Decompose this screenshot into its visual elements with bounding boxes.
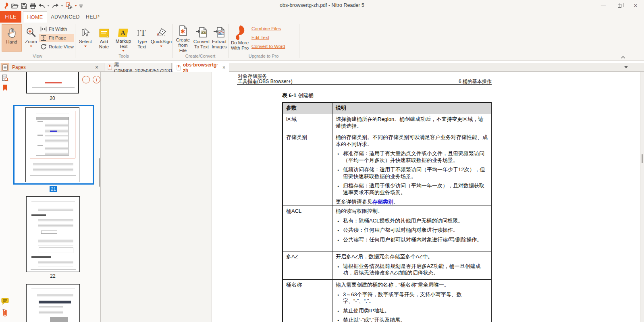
table-row: 多AZ开启多AZ后，数据冗余存储至多个AZ中。请根据业务情况提前规划是否开启多A… [283, 251, 491, 279]
extract-images-button[interactable]: Extract Images [211, 24, 227, 52]
doc-tab-close-icon[interactable]: ✕ [222, 65, 226, 70]
table-row: 存储类别桶的存储类别。不同的存储类别可以满足客户业务对存储性能、成本的不同诉求。… [283, 132, 491, 206]
select-tool-dropdown-caret[interactable] [84, 46, 87, 47]
hand-icon [6, 25, 17, 38]
thumbnail-zoom-out-button[interactable]: − [82, 76, 90, 83]
param-cell: 多AZ [283, 251, 332, 279]
tab-help[interactable]: HELP [83, 11, 102, 23]
collapse-ribbon-button[interactable] [621, 56, 625, 59]
fit-page-icon [40, 35, 47, 41]
thumbnail-sketch [38, 218, 73, 229]
type-text-button[interactable]: T Type Text [135, 24, 149, 52]
tab-file[interactable]: FILE [0, 11, 21, 23]
thumbnail-page-20[interactable] [26, 72, 79, 93]
group-separator [172, 24, 173, 58]
window-title: obs-browsertg-zh.pdf - Nitro Reader 5 [0, 2, 644, 8]
thumbnail-page-23[interactable] [26, 284, 80, 322]
type-text-label: Type Text [135, 39, 149, 50]
attachments-icon[interactable] [1, 309, 9, 316]
tab-advanced[interactable]: ADVANCED [51, 11, 79, 23]
tab-home[interactable]: HOME [23, 11, 47, 23]
bookmarks-icon[interactable] [1, 84, 9, 91]
create-from-file-label: Create from File [174, 37, 192, 53]
thumbnail-page-21-selected[interactable] [13, 105, 94, 185]
markup-text-button[interactable]: A Markup Text [114, 24, 133, 52]
pages-panel-title: Pages [12, 64, 26, 70]
add-note-button[interactable]: Add Note [96, 24, 112, 52]
hand-tool-button[interactable]: Hand [2, 24, 22, 52]
paragraph: 选择新建桶所在的Region。桶创建成功后，不支持变更区域，请谨慎选择。 [336, 116, 488, 129]
param-cell: 桶ACL [283, 206, 332, 251]
bullet-item: 标准存储：适用于有大量热点文件或小文件，且需要频繁访问（平均一个月多次）并快速获… [336, 150, 488, 164]
svg-text:T: T [140, 27, 146, 38]
bullet-item: 请根据业务情况提前规划是否开启多AZ功能，桶一旦创建成功，后续无法修改多AZ功能… [336, 263, 488, 276]
thumbnail-sketch [38, 207, 73, 211]
convert-to-text-button[interactable]: TXT Convert To Text [193, 24, 210, 52]
thumbnail-sketch [30, 175, 76, 176]
ribbon: Hand Zoom Fit Width Fit Page Rotate V [0, 23, 644, 61]
tab-list-dropdown[interactable] [624, 66, 628, 69]
markup-text-label: Markup Text [114, 39, 133, 49]
quicksign-button[interactable]: x QuickSign [150, 24, 172, 52]
thumbnail-zoom-in-button[interactable]: + [93, 76, 100, 83]
combine-files-link[interactable]: Combine Files [251, 26, 281, 31]
pdf-file-icon [108, 64, 112, 70]
page-preview-icon[interactable] [1, 74, 9, 82]
table-header-desc: 说明 [332, 103, 491, 114]
paragraph: 桶的读写权限控制。 [336, 208, 488, 215]
close-button[interactable]: ✕ [630, 2, 641, 10]
fit-page-button[interactable]: Fit Page [39, 34, 74, 42]
thumbnail-page [25, 107, 79, 182]
thumbnail-page-number: 22 [45, 273, 61, 279]
doc-tab-active[interactable]: obs-browsertg-zh ✕ [173, 63, 229, 72]
table-row: 桶名称输入需要创建的桶的名称，“桶名称”需全局唯一。3～63个字符，数字或字母开… [283, 279, 491, 322]
group-separator [75, 24, 75, 58]
rotate-view-button[interactable]: Rotate View [39, 43, 75, 51]
bullet-item: 公共读：任何用户都可以对桶内对象进行读操作。 [336, 227, 488, 234]
table-header-param: 参数 [283, 103, 332, 114]
paragraph: 开启多AZ后，数据冗余存储至多个AZ中。 [336, 253, 488, 260]
thumbnail-sketch [33, 162, 73, 172]
zoom-dropdown-caret[interactable] [30, 46, 32, 47]
fit-page-label: Fit Page [49, 35, 66, 40]
bullet-item: 禁止使用类IP地址。 [336, 307, 488, 314]
table-row: 桶ACL桶的读写权限控制。私有：除桶ACL授权外的其他用户无桶的访问权限。公共读… [283, 206, 491, 251]
storage-class-link[interactable]: 存储类别 [372, 199, 393, 205]
restore-button[interactable] [614, 2, 625, 10]
fit-width-icon [40, 26, 47, 32]
document-canvas: 对象存储服务 工具指南(OBS Browser+) 6 桶的基本操作 表 6-1… [101, 72, 640, 322]
convert-to-text-label: Convert To Text [193, 39, 210, 50]
table-caption-number: 表 6-1 [282, 92, 296, 98]
thumbnail-page-22[interactable] [26, 196, 80, 272]
quicksign-dropdown-caret[interactable] [160, 46, 162, 47]
do-more-with-pro-button[interactable]: Do More With Pro [228, 40, 251, 51]
svg-text:A: A [120, 29, 125, 36]
markup-dropdown-caret[interactable] [122, 50, 125, 52]
comments-icon[interactable] [1, 297, 9, 305]
add-note-label: Add Note [96, 39, 112, 50]
desc-cell: 桶的读写权限控制。私有：除桶ACL授权外的其他用户无桶的访问权限。公共读：任何用… [332, 206, 491, 251]
doc-header-rule [237, 84, 492, 85]
select-tool-button[interactable]: Select [77, 24, 94, 52]
desc-cell: 输入需要创建的桶的名称，“桶名称”需全局唯一。3～63个字符，数字或字母开头，支… [332, 280, 491, 322]
pages-panel-icon[interactable] [1, 63, 9, 71]
create-from-file-button[interactable]: ✱ Create from File [174, 24, 192, 52]
create-convert-group-label: Create/Convert [172, 54, 228, 59]
type-text-icon: T [136, 25, 147, 38]
zoom-tool-button[interactable]: Zoom [23, 24, 39, 52]
thumbnail-sketch [45, 82, 62, 83]
table-caption: 表 6-1 创建桶 [282, 92, 314, 99]
bullet-item: 私有：除桶ACL授权外的其他用户无桶的访问权限。 [336, 218, 488, 224]
edit-text-link[interactable]: Edit Text [251, 35, 269, 40]
vertical-scrollbar[interactable] [640, 72, 644, 322]
thumbnail-sketch [38, 260, 73, 267]
pages-panel-scrollbar-thumb[interactable] [99, 158, 100, 187]
thumbnail-sketch [38, 237, 73, 246]
minimize-button[interactable]: — [598, 2, 609, 10]
convert-to-word-link[interactable]: Convert to Word [251, 44, 285, 49]
scrollbar-thumb[interactable] [642, 154, 643, 163]
pages-panel-close-icon[interactable]: ✕ [93, 64, 100, 71]
extract-images-icon [213, 25, 225, 38]
doc-tab-inactive[interactable]: 黑C0M808_20250825172131 [104, 63, 172, 72]
fit-width-button[interactable]: Fit Width [39, 25, 69, 33]
